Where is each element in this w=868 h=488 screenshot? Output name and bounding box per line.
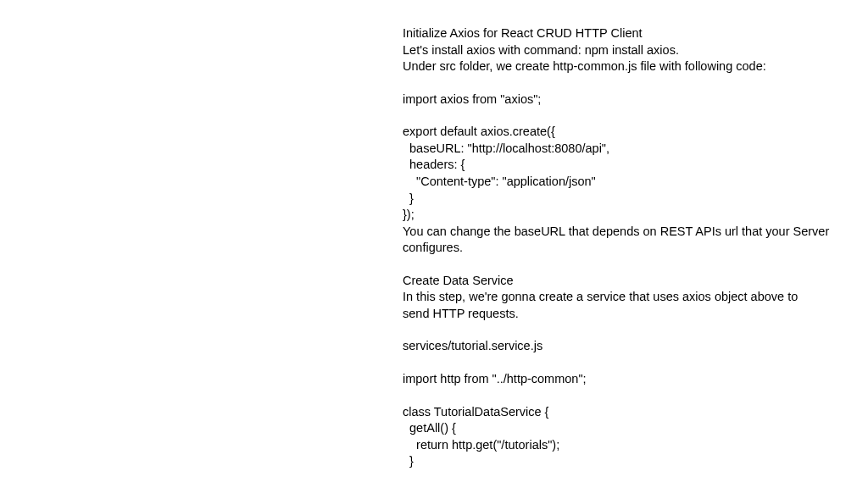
blank-line	[403, 388, 843, 404]
text-line: Under src folder, we create http-common.…	[403, 58, 843, 75]
code-line: import axios from "axios";	[403, 92, 843, 108]
text-line: In this step, we're gonna create a servi…	[403, 289, 843, 306]
blank-line	[403, 108, 843, 124]
code-line: "Content-type": "application/json"	[403, 174, 843, 191]
text-line: Create Data Service	[403, 273, 843, 290]
code-line: import http from "../http-common";	[403, 371, 843, 388]
blank-line	[403, 75, 843, 92]
text-line: send HTTP requests.	[403, 306, 843, 323]
text-line: You can change the baseURL that depends …	[403, 224, 843, 241]
code-line: });	[403, 207, 843, 224]
text-line: Initialize Axios for React CRUD HTTP Cli…	[403, 25, 843, 42]
code-line: baseURL: "http://localhost:8080/api",	[403, 141, 843, 158]
code-line: }	[403, 191, 843, 208]
code-line: headers: {	[403, 157, 843, 174]
text-line: Let's install axios with command: npm in…	[403, 42, 843, 59]
code-line: export default axios.create({	[403, 124, 843, 141]
code-line: return http.get("/tutorials");	[403, 437, 843, 454]
code-line: getAll() {	[403, 420, 843, 437]
code-line: class TutorialDataService {	[403, 404, 843, 421]
blank-line	[403, 322, 843, 338]
text-line: configures.	[403, 240, 843, 257]
text-line: services/tutorial.service.js	[403, 338, 843, 355]
blank-line	[403, 355, 843, 371]
blank-line	[403, 257, 843, 273]
document-content: Initialize Axios for React CRUD HTTP Cli…	[403, 25, 843, 470]
code-line: }	[403, 453, 843, 470]
